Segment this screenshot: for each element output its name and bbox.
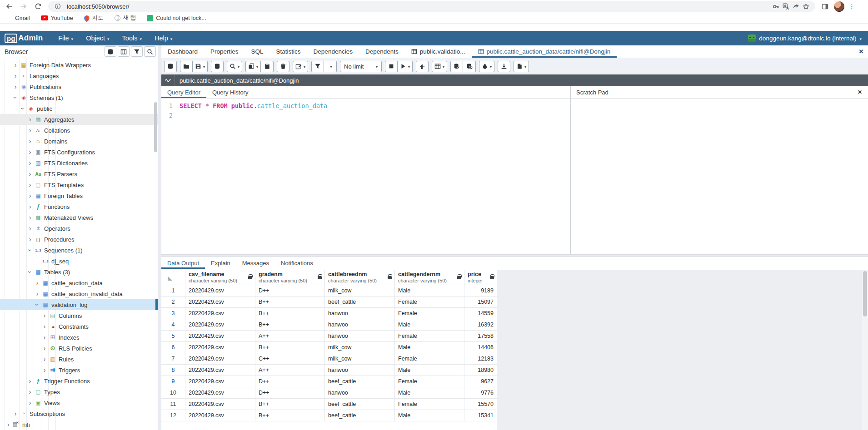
cell[interactable]: 20220429.csv — [185, 387, 255, 398]
row-number[interactable]: 10 — [161, 387, 185, 398]
vertical-splitter[interactable] — [158, 45, 161, 430]
cell[interactable]: hanwoo — [325, 308, 395, 319]
tab-properties[interactable]: Properties — [204, 45, 245, 58]
cell[interactable]: B++ — [255, 319, 325, 330]
tree-item-fts-configurations[interactable]: FTS Configurations — [0, 147, 158, 158]
explain-button[interactable] — [416, 61, 429, 72]
cell[interactable]: beef_cattle — [325, 297, 395, 307]
address-bar[interactable]: localhost:5050/browser/ — [48, 1, 815, 12]
tree-item-materialized-views[interactable]: Materialized Views — [0, 212, 158, 223]
cell[interactable]: D++ — [255, 376, 325, 387]
side-panel-icon[interactable] — [820, 1, 830, 11]
expander-icon[interactable] — [26, 247, 34, 253]
cell[interactable]: 17558 — [464, 331, 497, 341]
cell[interactable]: 14406 — [464, 342, 497, 353]
row-number[interactable]: 2 — [161, 297, 185, 307]
cell[interactable]: hanwoo — [325, 387, 395, 398]
tree-item-publications[interactable]: Publications — [0, 81, 158, 92]
tree-item-foreign-data-wrappers[interactable]: Foreign Data Wrappers — [0, 59, 158, 70]
bookmark-item[interactable]: 지도 — [83, 14, 105, 23]
browser-db-button[interactable] — [105, 46, 116, 57]
tree-item-triggers[interactable]: Triggers — [0, 365, 158, 376]
cell[interactable]: B++ — [255, 399, 325, 410]
url-text[interactable]: localhost:5050/browser/ — [67, 3, 771, 10]
menu-help[interactable]: Help — [155, 35, 172, 42]
tab-public-cattle-auction-data-cattle-nifi-dongjin[interactable]: public.cattle_auction_data/cattle/nifi@D… — [472, 45, 617, 58]
tree-item-dj-seq[interactable]: dj_seq — [0, 256, 158, 267]
browser-filter-button[interactable] — [131, 46, 143, 57]
edit-button[interactable] — [293, 61, 308, 72]
expander-icon[interactable] — [34, 301, 41, 308]
tree-item-sequences-1[interactable]: Sequences (1) — [0, 245, 158, 256]
close-tab-icon[interactable] — [857, 48, 865, 56]
sidebar-scrollbar[interactable] — [154, 102, 157, 152]
expander-icon[interactable] — [12, 94, 19, 101]
password-key-icon[interactable] — [771, 1, 781, 11]
tab-data-output[interactable]: Data Output — [161, 257, 205, 269]
cell[interactable]: Male — [395, 285, 464, 296]
cell[interactable]: D++ — [255, 285, 325, 296]
cell[interactable]: 9189 — [464, 285, 497, 296]
cell[interactable]: B++ — [255, 308, 325, 319]
tree-item-indexes[interactable]: Indexes — [0, 332, 158, 343]
expander-icon[interactable] — [41, 367, 48, 373]
cell[interactable]: hanwoo — [325, 365, 395, 376]
expander-icon[interactable] — [26, 236, 34, 242]
expander-icon[interactable] — [19, 105, 26, 112]
tree-item-aggregates[interactable]: Aggregates — [0, 114, 158, 125]
row-number[interactable]: 7 — [161, 353, 185, 364]
row-number[interactable]: 8 — [161, 365, 185, 376]
cell[interactable]: C++ — [255, 353, 325, 364]
expander-icon[interactable] — [26, 214, 34, 221]
row-number[interactable]: 6 — [161, 342, 185, 353]
expander-icon[interactable] — [34, 280, 41, 286]
tab-query-history[interactable]: Query History — [206, 86, 254, 98]
cell[interactable]: D++ — [255, 387, 325, 398]
cell[interactable]: 20220429.csv — [185, 319, 255, 330]
translate-icon[interactable] — [781, 1, 791, 11]
copy-button[interactable] — [245, 61, 261, 72]
expander-icon[interactable] — [26, 389, 34, 395]
row-limit-select[interactable]: No limit — [340, 61, 382, 72]
tree-item-constraints[interactable]: Constraints — [0, 321, 158, 332]
cell[interactable]: hanwoo — [325, 331, 395, 341]
expander-icon[interactable] — [26, 269, 34, 275]
open-file-button[interactable] — [180, 61, 193, 72]
cell[interactable]: 20220429.csv — [185, 376, 255, 387]
menu-object[interactable]: Object — [86, 35, 109, 42]
tree-item-types[interactable]: Types — [0, 386, 158, 397]
cell[interactable]: 16392 — [464, 319, 497, 330]
tree-item-subscriptions[interactable]: Subscriptions — [0, 408, 158, 419]
tab-query-editor[interactable]: Query Editor — [161, 86, 206, 98]
bookmark-gmail[interactable]: Gmail — [4, 14, 31, 23]
tree-item-tables-3[interactable]: Tables (3) — [0, 267, 158, 277]
select-all-corner[interactable] — [161, 270, 185, 285]
reload-icon[interactable] — [33, 1, 44, 12]
tab-sql[interactable]: SQL — [245, 45, 270, 58]
sql-editor[interactable]: 12 SELECT * FROM public.cattle_auction_d… — [161, 99, 570, 254]
bookmark-item[interactable]: 새 탭 — [113, 14, 137, 23]
cell[interactable]: Female — [395, 331, 464, 341]
cell[interactable]: milk_cow — [325, 285, 395, 296]
cell[interactable]: Female — [395, 376, 464, 387]
cell[interactable]: 20220429.csv — [185, 353, 255, 364]
cell[interactable]: Female — [395, 353, 464, 364]
bookmark-star-icon[interactable] — [801, 1, 811, 11]
tree-item-languages[interactable]: Languages — [0, 70, 158, 81]
cell[interactable]: 20220429.csv — [185, 365, 255, 376]
expander-icon[interactable] — [41, 312, 48, 319]
cell[interactable]: 20220429.csv — [185, 308, 255, 319]
bookmark-youtube[interactable]: YouTube — [40, 14, 75, 23]
cell[interactable]: beef_cattle — [325, 399, 395, 410]
cell[interactable]: Female — [395, 308, 464, 319]
tree-item-fts-dictionaries[interactable]: FTS Dictionaries — [0, 158, 158, 168]
cell[interactable]: 12183 — [464, 353, 497, 364]
cell[interactable]: A++ — [255, 331, 325, 341]
tab-notifications[interactable]: Notifications — [275, 257, 319, 269]
row-number[interactable]: 1 — [161, 285, 185, 296]
explain-analyze-button[interactable] — [432, 61, 447, 72]
tree-item-operators[interactable]: Operators — [0, 223, 158, 234]
cell[interactable]: B++ — [255, 342, 325, 353]
expander-icon[interactable] — [26, 203, 34, 210]
new-connection-button[interactable] — [164, 61, 177, 72]
